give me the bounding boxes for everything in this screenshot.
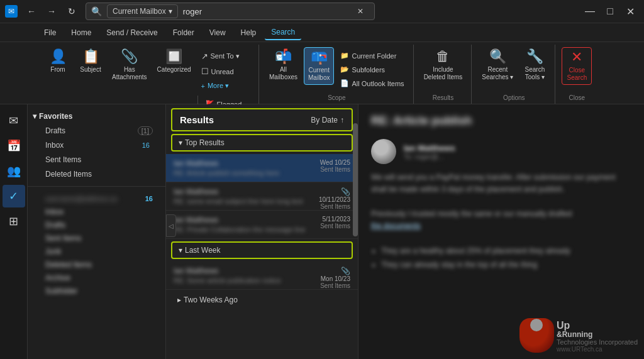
folder-inbox[interactable]: Inbox 16: [30, 138, 163, 152]
sidebar-mail-button[interactable]: ✉: [3, 109, 25, 132]
folder-blurred-8[interactable]: Subfolder: [30, 285, 163, 297]
sort-label: By Date: [311, 116, 338, 124]
ribbon-attachments-button[interactable]: 📎 HasAttachments: [108, 47, 151, 84]
clear-search-button[interactable]: ✕: [352, 3, 369, 20]
back-button[interactable]: ←: [23, 3, 40, 20]
chevron-down-icon-2: ▾: [179, 138, 182, 147]
results-label: Results: [433, 94, 453, 104]
folder-blurred-5[interactable]: Junk: [30, 245, 163, 258]
folder-blurred-4[interactable]: Sent Items: [30, 232, 163, 245]
list-item-1: They are a healthy about 25% of placemen…: [381, 245, 631, 258]
sender-name: Ian Matthews: [404, 143, 455, 153]
chevron-right-icon: ▸: [177, 295, 181, 304]
nav-controls[interactable]: ← → ↻: [23, 3, 80, 20]
email-item-2[interactable]: Ian Matthews RE: some email subject line…: [166, 182, 358, 211]
blurred-folder-5: Junk: [45, 247, 61, 256]
blurred-count: 16: [145, 195, 153, 202]
favorites-label: Favorites: [39, 112, 72, 121]
two-weeks-section[interactable]: ▸ Two Weeks Ago: [171, 292, 353, 307]
all-outlook-button[interactable]: 📄 All Outlook Items: [336, 77, 408, 89]
email-item-4[interactable]: Ian Matthews RE: Some article publicatio…: [166, 262, 358, 290]
subfolders-button[interactable]: 📂 Subfolders: [336, 64, 408, 75]
recent-searches-button[interactable]: 🔍 RecentSearches ▾: [478, 47, 517, 84]
include-deleted-button[interactable]: 🗑 IncludeDeleted Items: [420, 47, 467, 84]
close-search-button[interactable]: ✕ CloseSearch: [562, 47, 592, 85]
search-tools-label: SearchTools ▾: [525, 66, 545, 81]
menu-search[interactable]: Search: [265, 25, 301, 40]
mailbox-icon: 📪: [311, 50, 328, 64]
close-button[interactable]: ✕: [621, 3, 639, 20]
drafts-count: [1]: [138, 126, 153, 135]
search-tools-button[interactable]: 🔧 SearchTools ▾: [519, 47, 550, 84]
sidebar-people-button[interactable]: 👥: [3, 160, 25, 182]
search-scope-label: Current Mailbox: [113, 7, 166, 16]
last-week-section[interactable]: ▾ Last Week: [171, 241, 353, 259]
avatar: [371, 139, 396, 164]
current-folder-button[interactable]: 📁 Current Folder: [336, 50, 408, 62]
folder-blurred-2[interactable]: Inbox: [30, 206, 163, 218]
search-bar[interactable]: 🔍 Current Mailbox ▾ roger ✕: [86, 3, 375, 20]
sidebar-calendar-button[interactable]: 📅: [3, 135, 25, 157]
sent-to-label: Sent To ▾: [211, 52, 240, 60]
search-input[interactable]: roger: [183, 7, 347, 16]
favorites-header[interactable]: ▾ Favorites: [28, 109, 165, 123]
include-deleted-label: IncludeDeleted Items: [424, 66, 463, 81]
email-item-1[interactable]: Ian Matthews RE: Article publish somethi…: [166, 154, 358, 182]
checkbox-icon: ☐: [201, 67, 209, 76]
folder-blurred-6[interactable]: Deleted Items: [30, 258, 163, 271]
all-outlook-label: All Outlook Items: [352, 80, 404, 87]
folder-sent-items[interactable]: Sent Items: [30, 153, 163, 167]
blurred-folder-7: Archive: [45, 273, 70, 282]
window-controls[interactable]: — □ ✕: [581, 3, 639, 20]
results-buttons: 🗑 IncludeDeleted Items: [420, 45, 467, 94]
folder-blurred-1[interactable]: username@address.ca 16: [30, 192, 163, 205]
forward-button[interactable]: →: [43, 3, 60, 20]
search-scope-button[interactable]: Current Mailbox ▾: [107, 4, 178, 18]
unread-button[interactable]: ☐ Unread: [197, 65, 253, 78]
top-results-section[interactable]: ▾ Top Results: [171, 134, 353, 152]
menu-folder[interactable]: Folder: [167, 26, 201, 40]
sender-info: Ian Matthews To: roger@...: [404, 143, 455, 160]
email-item-3[interactable]: Ian Matthews RE: Private Collaboration t…: [166, 211, 358, 239]
drafts-label: Drafts: [45, 126, 65, 135]
menu-home[interactable]: Home: [65, 26, 97, 40]
category-icon: 🔲: [165, 50, 182, 64]
sort-button[interactable]: By Date ↑: [311, 116, 344, 124]
minimize-button[interactable]: —: [581, 3, 599, 20]
folder-blurred-7[interactable]: Archive: [30, 272, 163, 284]
collapse-panel-button[interactable]: ◁: [166, 214, 176, 237]
blurred-folder-2: Inbox: [45, 207, 64, 216]
ribbon-group-refine: 👤 From 📋 Subject 📎 HasAttachments 🔲 Cate…: [38, 45, 259, 104]
more-button[interactable]: + More ▾: [197, 80, 253, 92]
email-folder-2: Sent Items: [320, 203, 350, 210]
folder-panel: ▾ Favorites Drafts [1] Inbox 16 Sent Ite…: [28, 104, 166, 359]
all-mailboxes-label: AllMailboxes: [269, 66, 297, 81]
redo-button[interactable]: ↻: [63, 3, 80, 20]
ribbon-categorized-button[interactable]: 🔲 Categorized: [153, 47, 195, 76]
maximize-button[interactable]: □: [601, 3, 619, 20]
close-search-label: CloseSearch: [567, 67, 587, 82]
sent-to-button[interactable]: ↗ Sent To ▾: [197, 50, 253, 63]
sidebar-tasks-button[interactable]: ✓: [3, 185, 25, 207]
menu-view[interactable]: View: [203, 26, 232, 40]
ribbon-subject-button[interactable]: 📋 Subject: [75, 47, 106, 76]
folder-blurred-3[interactable]: Drafts: [30, 219, 163, 231]
all-mailboxes-button[interactable]: 📬 AllMailboxes: [265, 47, 301, 84]
ribbon-group-scope: 📬 AllMailboxes 📪 CurrentMailbox 📁 Curren…: [260, 45, 414, 104]
menu-send-receive[interactable]: Send / Receive: [100, 26, 164, 40]
body-line-2: Previously I trusted mostly the same or …: [371, 208, 631, 220]
inbox-count: 16: [139, 141, 153, 149]
menu-help[interactable]: Help: [235, 26, 263, 40]
ribbon-from-button[interactable]: 👤 From: [43, 47, 73, 76]
folder-icon: 📁: [340, 52, 349, 60]
sidebar-apps-button[interactable]: ⊞: [3, 210, 25, 233]
unread-label: Unread: [211, 68, 234, 75]
recent-icon: 🔍: [489, 50, 506, 64]
from-label: From: [50, 66, 65, 74]
current-mailbox-button[interactable]: 📪 CurrentMailbox: [304, 47, 334, 85]
close-x-icon: ✕: [571, 50, 582, 64]
menu-file[interactable]: File: [38, 26, 62, 40]
blurred-folder-4: Sent Items: [45, 234, 81, 243]
folder-deleted-items[interactable]: Deleted Items: [30, 167, 163, 181]
folder-drafts[interactable]: Drafts [1]: [30, 124, 163, 138]
